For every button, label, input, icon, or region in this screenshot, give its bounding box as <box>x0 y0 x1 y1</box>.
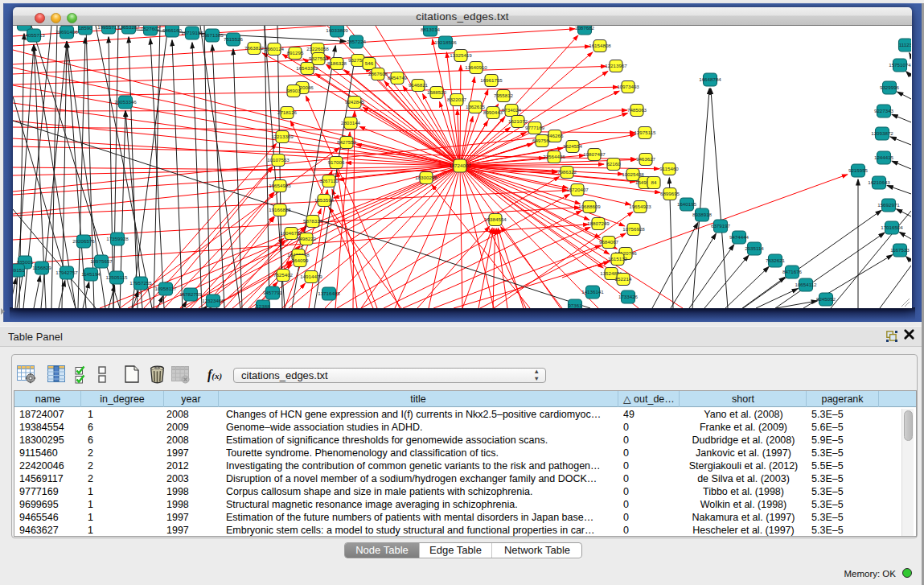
svg-text:8186328: 8186328 <box>327 60 347 66</box>
svg-text:2803144: 2803144 <box>341 120 361 126</box>
svg-text:12975115: 12975115 <box>634 130 656 135</box>
svg-text:10046786: 10046786 <box>280 230 302 236</box>
svg-text:8471676: 8471676 <box>782 269 803 274</box>
svg-text:16961755: 16961755 <box>480 77 503 83</box>
svg-text:17016504: 17016504 <box>881 225 903 230</box>
svg-text:9215955: 9215955 <box>848 167 869 173</box>
svg-text:15692971: 15692971 <box>877 202 900 208</box>
svg-text:9474444: 9474444 <box>729 234 749 240</box>
svg-text:13640910: 13640910 <box>465 64 487 70</box>
svg-text:16648784: 16648784 <box>699 76 721 82</box>
svg-text:17359928: 17359928 <box>106 236 129 241</box>
svg-text:10654112: 10654112 <box>795 282 817 287</box>
svg-text:8990443: 8990443 <box>483 109 503 115</box>
svg-text:10107553: 10107553 <box>267 157 290 163</box>
svg-text:1640195: 1640195 <box>677 201 697 207</box>
svg-text:19955717: 19955717 <box>97 26 120 30</box>
svg-text:98903: 98903 <box>286 88 301 93</box>
svg-text:1353594: 1353594 <box>314 197 335 203</box>
svg-text:12388: 12388 <box>256 303 270 308</box>
svg-text:8813014: 8813014 <box>421 27 441 32</box>
svg-text:9457791: 9457791 <box>263 290 283 295</box>
svg-text:14914479: 14914479 <box>300 274 322 279</box>
svg-text:18590: 18590 <box>78 26 92 31</box>
svg-text:8322037: 8322037 <box>447 97 467 102</box>
svg-text:3624554: 3624554 <box>563 143 583 149</box>
svg-text:23564436: 23564436 <box>543 154 565 159</box>
svg-text:10973493: 10973493 <box>617 84 639 89</box>
svg-text:12213369: 12213369 <box>271 134 294 139</box>
svg-text:15751074: 15751074 <box>889 62 911 68</box>
svg-text:20053346: 20053346 <box>114 99 137 105</box>
svg-text:1733426: 1733426 <box>618 294 639 299</box>
svg-text:1527602: 1527602 <box>141 26 161 31</box>
svg-text:10958117: 10958117 <box>154 286 177 291</box>
svg-text:6379197: 6379197 <box>711 223 731 229</box>
svg-text:18807249: 18807249 <box>587 220 610 226</box>
svg-text:6734024: 6734024 <box>502 107 522 113</box>
svg-text:8454749: 8454749 <box>388 75 408 80</box>
svg-text:11123: 11123 <box>899 42 911 47</box>
svg-text:20206576: 20206576 <box>72 238 95 244</box>
svg-text:746266: 746266 <box>547 133 564 138</box>
svg-text:9498222: 9498222 <box>297 236 317 241</box>
svg-text:10719185: 10719185 <box>181 30 203 35</box>
svg-text:7625402: 7625402 <box>273 272 294 278</box>
svg-text:9115460: 9115460 <box>659 166 679 171</box>
svg-text:16154808: 16154808 <box>589 43 611 48</box>
svg-text:1621072: 1621072 <box>508 118 528 124</box>
svg-text:10975657: 10975657 <box>90 258 113 264</box>
svg-text:8938918: 8938918 <box>692 212 713 217</box>
svg-text:917006: 917006 <box>328 159 345 165</box>
svg-text:12213967: 12213967 <box>605 63 627 68</box>
svg-text:7485063: 7485063 <box>627 107 647 113</box>
svg-text:7955812: 7955812 <box>494 93 514 98</box>
svg-text:19654923: 19654923 <box>629 204 651 209</box>
svg-text:19384554: 19384554 <box>484 216 507 222</box>
svg-text:14055713: 14055713 <box>23 32 45 38</box>
svg-text:9227343: 9227343 <box>874 108 894 113</box>
svg-text:1145194: 1145194 <box>81 271 101 277</box>
svg-text:164099: 164099 <box>292 257 309 263</box>
svg-text:7632621: 7632621 <box>766 257 786 263</box>
svg-text:1588520: 1588520 <box>427 89 447 95</box>
svg-text:13325419: 13325419 <box>450 52 472 58</box>
svg-text:17942757: 17942757 <box>55 270 78 275</box>
svg-text:16671385: 16671385 <box>201 32 224 38</box>
svg-text:18300295: 18300295 <box>415 175 437 180</box>
svg-text:16543362: 16543362 <box>296 65 318 71</box>
svg-text:7663822: 7663822 <box>244 45 265 51</box>
svg-text:9245052: 9245052 <box>816 296 836 302</box>
svg-text:8427552: 8427552 <box>337 139 357 145</box>
svg-text:12505115: 12505115 <box>105 274 128 280</box>
svg-text:10756928: 10756928 <box>622 226 645 232</box>
svg-text:16210643: 16210643 <box>868 179 890 185</box>
svg-text:18724007: 18724007 <box>449 163 471 168</box>
svg-text:7986322: 7986322 <box>557 169 577 175</box>
svg-text:8660124: 8660124 <box>265 46 285 51</box>
svg-text:23053251: 23053251 <box>13 26 35 27</box>
svg-text:6899695: 6899695 <box>660 191 680 196</box>
svg-text:6466160: 6466160 <box>162 27 183 33</box>
svg-text:1362615: 1362615 <box>466 104 486 109</box>
svg-text:9777169: 9777169 <box>525 125 545 130</box>
svg-text:1156829: 1156829 <box>32 265 51 270</box>
svg-text:9242845: 9242845 <box>345 99 365 105</box>
svg-text:12093872: 12093872 <box>871 130 893 136</box>
svg-text:546: 546 <box>365 60 374 66</box>
svg-text:16033809: 16033809 <box>326 27 348 33</box>
svg-text:2087682: 2087682 <box>575 26 595 31</box>
svg-text:1244415: 1244415 <box>874 154 894 160</box>
svg-text:12323466: 12323466 <box>202 298 224 303</box>
svg-text:9327503: 9327503 <box>309 56 329 61</box>
svg-text:891295: 891295 <box>287 50 304 56</box>
svg-text:2718126: 2718126 <box>277 109 298 115</box>
svg-text:19218506: 19218506 <box>434 39 457 45</box>
svg-text:5878334: 5878334 <box>303 218 323 224</box>
svg-text:9684067: 9684067 <box>599 239 619 245</box>
svg-text:10807487: 10807487 <box>583 151 606 157</box>
svg-text:16782759: 16782759 <box>179 291 202 297</box>
svg-text:9463627: 9463627 <box>636 156 656 162</box>
svg-text:84: 84 <box>651 179 657 185</box>
svg-text:1167533: 1167533 <box>890 247 910 253</box>
